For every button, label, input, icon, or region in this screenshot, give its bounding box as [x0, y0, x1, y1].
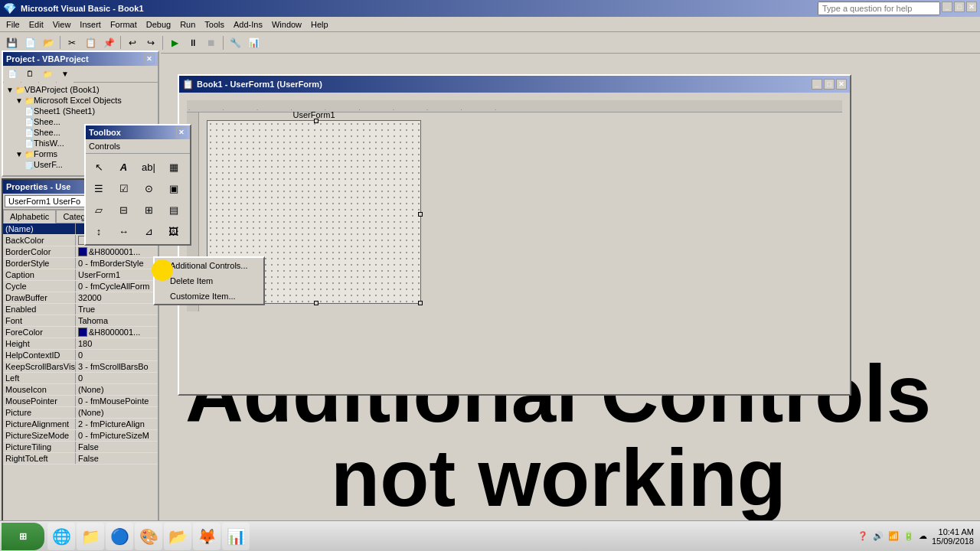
prop-drawbuffer-value: 32000 [76, 292, 158, 303]
prop-row-cycle[interactable]: Cycle 0 - fmCycleAllForm [3, 281, 158, 292]
userform-minimize[interactable]: _ [812, 79, 822, 90]
ctx-customize-item[interactable]: Customize Item... [155, 289, 263, 304]
tree-vbaproject[interactable]: ▼ 📁 VBAProject (Book1) [5, 84, 156, 95]
userform-icon: 📋 [182, 79, 194, 90]
toolbar-design[interactable]: 🔧 [227, 34, 243, 51]
menu-window[interactable]: Window [267, 18, 306, 31]
prop-row-mouseicon[interactable]: MouseIcon (None) [3, 384, 158, 396]
toolbox-frame[interactable]: ▱ [89, 200, 109, 220]
start-button[interactable]: ⊞ [2, 523, 44, 550]
toolbox-multipage[interactable]: ▤ [164, 200, 184, 220]
taskbar-cloud-icon: ☁ [919, 531, 927, 541]
proj-view-form[interactable]: 🗒 [21, 66, 38, 83]
toolbox-scrollbar-h[interactable]: ↔ [114, 221, 134, 241]
userf-icon: 🗒️ [24, 161, 34, 169]
project-close-btn[interactable]: ✕ [144, 54, 155, 64]
prop-row-picturetiling[interactable]: PictureTiling False [3, 442, 158, 453]
toolbox-tabstrip[interactable]: ⊞ [139, 200, 158, 220]
prop-caption-label: Caption [3, 269, 76, 280]
toolbox-textbox[interactable]: ab| [139, 157, 158, 177]
menu-debug[interactable]: Debug [142, 18, 175, 31]
prop-row-enabled[interactable]: Enabled True [3, 304, 158, 315]
prop-row-helpctx[interactable]: HelpContextID 0 [3, 350, 158, 361]
resize-handle-top[interactable] [314, 119, 318, 123]
prop-row-bordercolor[interactable]: BorderColor &H8000001... [3, 246, 158, 258]
prop-forecolor-label: ForeColor [3, 327, 76, 337]
clock-display[interactable]: 10:41 AM 15/09/2018 [932, 527, 974, 546]
prop-row-font[interactable]: Font Tahoma [3, 315, 158, 327]
toolbox-controls-label: Controls [89, 142, 120, 151]
toolbox-cmdbutton[interactable]: ⊟ [114, 200, 134, 220]
prop-mousepointer-label: MousePointer [3, 396, 76, 406]
proj-toggle-folders[interactable]: 📁 [39, 66, 56, 83]
taskbar-icon-excel[interactable]: 📊 [222, 523, 250, 550]
menu-addins[interactable]: Add-Ins [229, 18, 267, 31]
menu-help[interactable]: Help [306, 18, 333, 31]
toolbox-checkbox[interactable]: ☑ [114, 178, 134, 198]
prop-row-caption[interactable]: Caption UserForm1 [3, 269, 158, 281]
toolbox-radio[interactable]: ⊙ [139, 178, 158, 198]
prop-picturesizemode-label: PictureSizeMode [3, 430, 76, 441]
toolbox-listbox[interactable]: ☰ [89, 178, 109, 198]
toolbox-scrollbar-v[interactable]: ↕ [89, 221, 109, 241]
prop-row-height[interactable]: Height 180 [3, 338, 158, 350]
project-panel-title: Project - VBAProject ✕ [3, 52, 158, 66]
userform-close[interactable]: ✕ [836, 79, 847, 90]
toolbox-close-btn[interactable]: ✕ [176, 127, 187, 138]
toolbox-combobox[interactable]: ▦ [164, 157, 184, 177]
help-search-input[interactable] [818, 2, 940, 15]
toolbar-props[interactable]: 📊 [245, 34, 262, 51]
menu-edit[interactable]: Edit [24, 18, 48, 31]
userform-maximize[interactable]: □ [824, 79, 835, 90]
toolbar-run[interactable]: ▶ [166, 34, 183, 51]
prop-row-picturealign[interactable]: PictureAlignment 2 - fmPictureAlign [3, 419, 158, 430]
menu-file[interactable]: File [2, 18, 24, 31]
prop-row-borderstyle[interactable]: BorderStyle 0 - fmBorderStyle [3, 258, 158, 269]
prop-row-keepscroll[interactable]: KeepScrollBarsVisib 3 - fmScrollBarsBo [3, 361, 158, 373]
prop-row-left[interactable]: Left 0 [3, 373, 158, 384]
toolbox-pointer[interactable]: ↖ [89, 157, 109, 177]
toolbar-stop[interactable]: ⏹ [203, 34, 220, 51]
toolbox-label[interactable]: A [114, 157, 134, 177]
taskbar-icon-files[interactable]: 📂 [164, 523, 191, 550]
prop-font-value: Tahoma [76, 315, 158, 326]
resize-handle-right[interactable] [418, 212, 423, 217]
sheet3-icon: 📄 [24, 129, 34, 137]
menu-run[interactable]: Run [175, 18, 200, 31]
prop-mouseicon-label: MouseIcon [3, 384, 76, 395]
menu-tools[interactable]: Tools [200, 18, 229, 31]
clock-time: 10:41 AM [932, 527, 974, 536]
resize-handle-bottom[interactable] [314, 301, 318, 305]
menu-insert[interactable]: Insert [75, 18, 106, 31]
prop-picturealign-value: 2 - fmPictureAlign [76, 419, 158, 429]
taskbar-icon-browser[interactable]: 🌐 [47, 523, 75, 550]
prop-helpctx-label: HelpContextID [3, 350, 76, 360]
taskbar-icon-illustrator[interactable]: 🎨 [135, 523, 162, 550]
taskbar-icon-folder[interactable]: 📁 [77, 523, 104, 550]
toolbox-spinbutton[interactable]: ⊿ [139, 221, 158, 241]
minimize-button[interactable]: _ [942, 2, 952, 12]
tree-excel-objects[interactable]: ▼ 📁 Microsoft Excel Objects [5, 95, 156, 106]
toolbox-image[interactable]: 🖼 [164, 221, 184, 241]
prop-row-drawbuffer[interactable]: DrawBuffer 32000 [3, 292, 158, 304]
menu-view[interactable]: View [48, 18, 76, 31]
prop-row-righttoleft[interactable]: RightToLeft False [3, 453, 158, 465]
menu-format[interactable]: Format [106, 18, 142, 31]
proj-view-code[interactable]: 📄 [4, 66, 21, 83]
close-button[interactable]: ✕ [966, 2, 977, 12]
prop-row-picturesizemode[interactable]: PictureSizeMode 0 - fmPictureSizeM [3, 430, 158, 442]
tree-icon-excel: ▼ [15, 96, 23, 105]
maximize-button[interactable]: □ [954, 2, 965, 12]
resize-handle-br[interactable] [418, 301, 423, 305]
prop-row-picture[interactable]: Picture (None) [3, 407, 158, 419]
prop-row-forecolor[interactable]: ForeColor &H8000001... [3, 327, 158, 338]
toolbox-toggle[interactable]: ▣ [164, 178, 184, 198]
taskbar-icon-firefox[interactable]: 🦊 [193, 523, 220, 550]
taskbar-icon-chrome[interactable]: 🔵 [106, 523, 133, 550]
tree-sheet1[interactable]: 📄 Sheet1 (Sheet1) [5, 106, 156, 116]
prop-row-mousepointer[interactable]: MousePointer 0 - fmMousePointe [3, 396, 158, 407]
proj-expand[interactable]: ▼ [57, 66, 74, 83]
tab-alphabetic[interactable]: Alphabetic [3, 210, 56, 223]
toolbar-pause[interactable]: ⏸ [185, 34, 201, 51]
prop-righttoleft-label: RightToLeft [3, 453, 76, 464]
